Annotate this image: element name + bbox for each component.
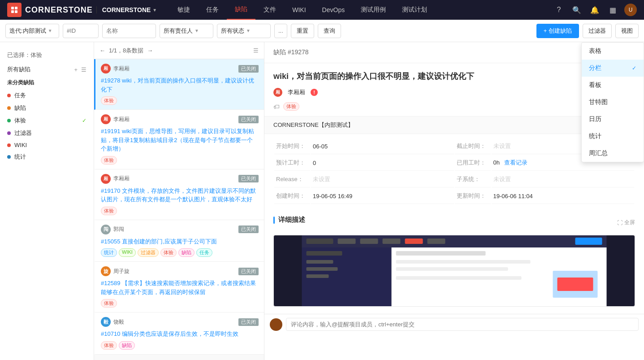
- sidebar-item-wiki[interactable]: WIKI: [0, 139, 94, 151]
- create-bug-button[interactable]: + 创建缺陷: [536, 24, 579, 38]
- sidebar-item-task[interactable]: 任务: [0, 89, 94, 102]
- iteration-select[interactable]: 迭代:内部测试 ▼: [5, 24, 59, 38]
- add-icon[interactable]: +: [74, 66, 78, 73]
- nav-item-testplan[interactable]: 测试计划: [394, 0, 435, 20]
- bug-item-12589[interactable]: 旋 周子旋 已关闭 #12589 【需求】快速搜索能否增加搜索记录，或者搜索结果…: [94, 262, 264, 312]
- svg-rect-17: [307, 274, 329, 278]
- more-filters-button[interactable]: ...: [274, 24, 287, 38]
- bug-item-header-4: 闯 郭闯 已关闭: [101, 225, 259, 234]
- desc-title: 详细描述: [273, 216, 305, 224]
- user-name-4: 郭闯: [113, 226, 124, 233]
- search-icon[interactable]: 🔍: [571, 4, 583, 16]
- sidebar-selected-label: 已选择：体验: [0, 48, 94, 63]
- sidebar-item-stats[interactable]: 统计: [0, 151, 94, 163]
- svg-rect-8: [360, 239, 378, 244]
- logo[interactable]: CORNERSTONE: [7, 3, 93, 17]
- view-record-link[interactable]: 查看记录: [504, 159, 527, 166]
- wiki-label: WIKI: [14, 142, 27, 148]
- subsystem-value: 未设置: [492, 172, 635, 187]
- item-left: 任务: [7, 91, 26, 100]
- assignee-select[interactable]: 所有责任人 ▼: [160, 24, 213, 38]
- tag-renwu: 任务: [196, 248, 212, 257]
- bug-tags-5: 体验: [101, 299, 259, 308]
- comment-input[interactable]: [286, 318, 639, 331]
- left-sidebar: 已选择：体验 所有缺陷 + ☰ 未分类缺陷 任务 缺陷 体验: [0, 42, 94, 360]
- bug-title-3: #19170 文件模块，存放的文件，文件图片建议显示不同的默认图片，现在所有文件…: [101, 187, 259, 204]
- dropdown-item-calendar[interactable]: 日历: [582, 111, 644, 128]
- bug-item-15055[interactable]: 闯 郭闯 已关闭 #15055 直接创建的部门,应该属于子公司下面 统计 WIK…: [94, 220, 264, 262]
- user-name-5: 周子旋: [113, 268, 130, 275]
- menu-icon[interactable]: ☰: [81, 66, 86, 73]
- filter-button[interactable]: 过滤器: [583, 24, 612, 38]
- help-icon[interactable]: ?: [553, 4, 565, 16]
- dropdown-item-kanban[interactable]: 看板: [582, 77, 644, 94]
- logo-icon: [7, 3, 22, 17]
- all-bugs-item[interactable]: 所有缺陷 + ☰: [0, 63, 94, 76]
- sidebar-item-bug[interactable]: 缺陷: [0, 102, 94, 114]
- nav-item-agile[interactable]: 敏捷: [169, 0, 198, 20]
- create-time-label: 创建时间：: [274, 188, 310, 204]
- dropdown-item-column[interactable]: 分栏 ✓: [582, 60, 644, 77]
- dropdown-item-table[interactable]: 表格: [582, 43, 644, 60]
- dropdown-item-gantt[interactable]: 甘特图: [582, 94, 644, 111]
- column-label: 分栏: [589, 64, 601, 72]
- nav-item-file[interactable]: 文件: [255, 0, 284, 20]
- start-time-value: 06-05: [311, 139, 454, 154]
- id-input[interactable]: [63, 24, 99, 38]
- nav-item-task[interactable]: 任务: [198, 0, 227, 20]
- query-button[interactable]: 查询: [318, 24, 341, 38]
- project-name: CORNERSTONE【内部测试】: [273, 121, 354, 129]
- experience-dot: [7, 119, 11, 122]
- fullscreen-button[interactable]: ⛶ 全屏: [617, 219, 635, 226]
- selected-check-icon: ✓: [82, 117, 86, 124]
- comment-user-avatar: [270, 318, 282, 331]
- table-label: 表格: [589, 47, 601, 55]
- item-left: 缺陷: [7, 104, 26, 112]
- calendar-label: 日历: [589, 115, 601, 123]
- user-avatar-3: 厢: [101, 174, 111, 184]
- view-button[interactable]: 视图: [615, 24, 639, 38]
- svg-rect-14: [307, 251, 342, 256]
- wiki-dot: [7, 143, 11, 147]
- svg-rect-12: [575, 238, 602, 245]
- prev-icon[interactable]: ←: [99, 47, 105, 54]
- nav-item-testcase[interactable]: 测试用例: [353, 0, 394, 20]
- list-header: ← 1/1，8条数据 → ☰: [94, 42, 264, 59]
- status-select[interactable]: 所有状态 ▼: [217, 24, 271, 38]
- est-time-value: 0: [311, 155, 454, 171]
- name-input[interactable]: [102, 24, 156, 38]
- info-row-release: Release： 未设置 子系统： 未设置: [274, 172, 634, 187]
- nav-item-devops[interactable]: DevOps: [314, 0, 353, 20]
- bug-item-19170[interactable]: 厢 李厢厢 已关闭 #19170 文件模块，存放的文件，文件图片建议显示不同的默…: [94, 169, 264, 220]
- bug-item-19278[interactable]: 厢 李厢厢 已关闭 #19278 wiki，对当前页面的操作入口很不明显，建议设…: [94, 59, 264, 110]
- release-value: 未设置: [311, 172, 454, 187]
- bug-item-10710[interactable]: 毅 饶毅 已关闭 #10710 编辑分类也应该是保存后生效，不是即时生效 体验 …: [94, 312, 264, 355]
- bell-icon[interactable]: 🔔: [588, 4, 601, 16]
- reset-button[interactable]: 重置: [291, 24, 314, 38]
- brand-dropdown[interactable]: CORNERSTONE ▼: [96, 6, 163, 13]
- status-6: 已关闭: [238, 318, 259, 326]
- kanban-label: 看板: [589, 81, 601, 89]
- desc-title-row: 详细描述 ⛶ 全屏: [273, 216, 635, 230]
- sidebar-item-filter[interactable]: 过滤器: [0, 127, 94, 139]
- detail-tag-experience: 体验: [283, 102, 299, 111]
- detail-panel: 表格 分栏 ✓ 看板 甘特图 日历 统计 周: [264, 42, 644, 360]
- user-avatar[interactable]: U: [624, 4, 637, 16]
- next-icon[interactable]: →: [147, 47, 153, 54]
- list-menu-icon[interactable]: ☰: [253, 47, 259, 54]
- bug-list: ← 1/1，8条数据 → ☰ 厢 李厢厢 已关闭 #19278 wiki，对当前…: [94, 42, 264, 360]
- all-bugs-label: 所有缺陷: [7, 65, 30, 74]
- bug-item-19191[interactable]: 厢 李厢厢 已关闭 #19191 wiki页面，思维导图，写用例，建议目录可以复…: [94, 110, 264, 169]
- dropdown-item-stats[interactable]: 统计: [582, 128, 644, 145]
- nav-item-wiki[interactable]: WIKI: [284, 0, 314, 20]
- sidebar-item-experience[interactable]: 体验 ✓: [0, 114, 94, 127]
- iteration-chevron-icon: ▼: [48, 28, 52, 33]
- create-time-value: 19-06-05 16:49: [311, 188, 454, 204]
- grid-icon[interactable]: ▦: [606, 4, 619, 16]
- pagination: ← 1/1，8条数据 →: [99, 47, 153, 55]
- nav-item-bug[interactable]: 缺陷: [227, 0, 255, 20]
- user-name-1: 李厢厢: [113, 65, 130, 73]
- user-avatar-4: 闯: [101, 225, 111, 234]
- dropdown-item-weekly[interactable]: 周汇总: [582, 145, 644, 162]
- status-2: 已关闭: [238, 116, 259, 123]
